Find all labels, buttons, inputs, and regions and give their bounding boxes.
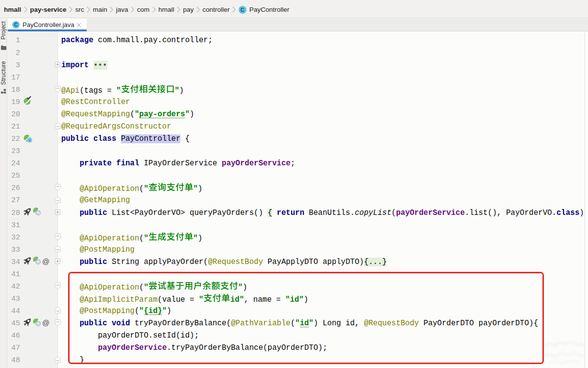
svg-text:c: c [28, 138, 31, 142]
